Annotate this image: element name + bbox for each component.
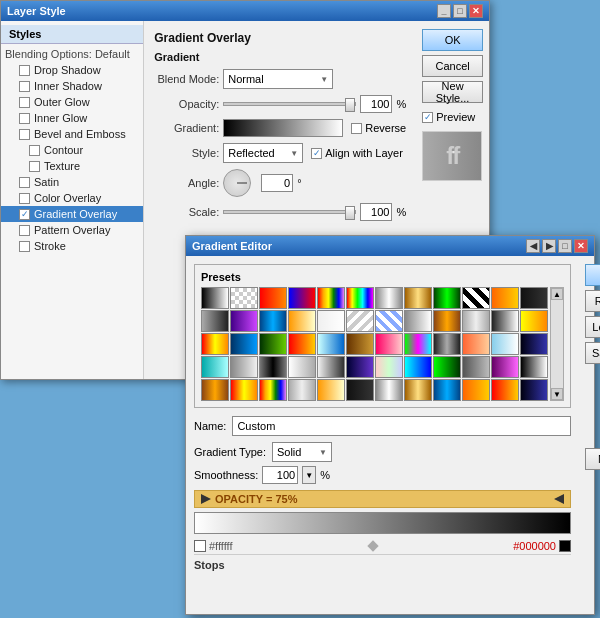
preset-54[interactable] xyxy=(346,379,374,401)
outer-glow-checkbox[interactable] xyxy=(19,97,30,108)
sidebar-item-inner-shadow[interactable]: Inner Shadow xyxy=(1,78,143,94)
scale-input[interactable]: 100 xyxy=(360,203,392,221)
color-overlay-checkbox[interactable] xyxy=(19,193,30,204)
inner-glow-checkbox[interactable] xyxy=(19,113,30,124)
preset-25[interactable] xyxy=(201,333,229,355)
gradient-type-dropdown[interactable]: Solid ▼ xyxy=(272,442,332,462)
ge-ok-button[interactable]: OK xyxy=(585,264,600,286)
preset-50[interactable] xyxy=(230,379,258,401)
scale-slider-thumb[interactable] xyxy=(345,206,355,220)
preset-38[interactable] xyxy=(230,356,258,378)
sidebar-item-contour[interactable]: Contour xyxy=(1,142,143,158)
sidebar-item-gradient-overlay[interactable]: ✓ Gradient Overlay xyxy=(1,206,143,222)
preset-55[interactable] xyxy=(375,379,403,401)
preset-28[interactable] xyxy=(288,333,316,355)
preset-22[interactable] xyxy=(462,310,490,332)
sidebar-item-outer-glow[interactable]: Outer Glow xyxy=(1,94,143,110)
opacity-slider-track[interactable] xyxy=(223,102,356,106)
preset-40[interactable] xyxy=(288,356,316,378)
maximize-button[interactable]: □ xyxy=(453,4,467,18)
preset-17[interactable] xyxy=(317,310,345,332)
preset-45[interactable] xyxy=(433,356,461,378)
preset-14[interactable] xyxy=(230,310,258,332)
name-input[interactable]: Custom xyxy=(232,416,571,436)
ge-save-button[interactable]: Save... xyxy=(585,342,600,364)
preset-24[interactable] xyxy=(520,310,548,332)
sidebar-item-satin[interactable]: Satin xyxy=(1,174,143,190)
gradient-bar[interactable] xyxy=(194,512,571,534)
preset-47[interactable] xyxy=(491,356,519,378)
sidebar-item-stroke[interactable]: Stroke xyxy=(1,238,143,254)
preset-46[interactable] xyxy=(462,356,490,378)
smoothness-stepper[interactable]: ▼ xyxy=(302,466,316,484)
preset-9[interactable] xyxy=(433,287,461,309)
preset-41[interactable] xyxy=(317,356,345,378)
preset-60[interactable] xyxy=(520,379,548,401)
preset-19[interactable] xyxy=(375,310,403,332)
preset-18[interactable] xyxy=(346,310,374,332)
preset-52[interactable] xyxy=(288,379,316,401)
preset-29[interactable] xyxy=(317,333,345,355)
preset-10[interactable] xyxy=(462,287,490,309)
preset-57[interactable] xyxy=(433,379,461,401)
scale-slider-track[interactable] xyxy=(223,210,356,214)
angle-input[interactable]: 0 xyxy=(261,174,293,192)
preset-37[interactable] xyxy=(201,356,229,378)
sidebar-item-drop-shadow[interactable]: Drop Shadow xyxy=(1,62,143,78)
preset-56[interactable] xyxy=(404,379,432,401)
ge-close-btn[interactable]: ✕ xyxy=(574,239,588,253)
preset-15[interactable] xyxy=(259,310,287,332)
texture-checkbox[interactable] xyxy=(29,161,40,172)
inner-shadow-checkbox[interactable] xyxy=(19,81,30,92)
preset-16[interactable] xyxy=(288,310,316,332)
preset-27[interactable] xyxy=(259,333,287,355)
style-dropdown[interactable]: Reflected ▼ xyxy=(223,143,303,163)
preset-3[interactable] xyxy=(259,287,287,309)
preset-39[interactable] xyxy=(259,356,287,378)
sidebar-item-pattern-overlay[interactable]: Pattern Overlay xyxy=(1,222,143,238)
cancel-button[interactable]: Cancel xyxy=(422,55,483,77)
ok-button[interactable]: OK xyxy=(422,29,483,51)
opacity-input[interactable]: 100 xyxy=(360,95,392,113)
preset-59[interactable] xyxy=(491,379,519,401)
midpoint-diamond[interactable] xyxy=(367,540,378,551)
reverse-checkbox[interactable] xyxy=(351,123,362,134)
color-stop-right-icon[interactable] xyxy=(559,540,571,552)
preset-7[interactable] xyxy=(375,287,403,309)
preset-48[interactable] xyxy=(520,356,548,378)
ge-maxmin-btn[interactable]: □ xyxy=(558,239,572,253)
contour-checkbox[interactable] xyxy=(29,145,40,156)
sidebar-item-bevel-emboss[interactable]: Bevel and Emboss xyxy=(1,126,143,142)
sidebar-item-blending[interactable]: Blending Options: Default xyxy=(1,46,143,62)
preset-36[interactable] xyxy=(520,333,548,355)
close-button[interactable]: ✕ xyxy=(469,4,483,18)
preset-42[interactable] xyxy=(346,356,374,378)
satin-checkbox[interactable] xyxy=(19,177,30,188)
blend-mode-dropdown[interactable]: Normal ▼ xyxy=(223,69,333,89)
bevel-emboss-checkbox[interactable] xyxy=(19,129,30,140)
sidebar-item-texture[interactable]: Texture xyxy=(1,158,143,174)
smoothness-input[interactable]: 100 xyxy=(262,466,298,484)
angle-dial[interactable] xyxy=(223,169,251,197)
preset-26[interactable] xyxy=(230,333,258,355)
preset-1[interactable] xyxy=(201,287,229,309)
preset-34[interactable] xyxy=(462,333,490,355)
preset-13[interactable] xyxy=(201,310,229,332)
minimize-button[interactable]: _ xyxy=(437,4,451,18)
preset-30[interactable] xyxy=(346,333,374,355)
opacity-slider-thumb[interactable] xyxy=(345,98,355,112)
ge-reset-button[interactable]: Reset xyxy=(585,290,600,312)
preset-8[interactable] xyxy=(404,287,432,309)
preset-20[interactable] xyxy=(404,310,432,332)
preset-32[interactable] xyxy=(404,333,432,355)
color-stop-left-icon[interactable] xyxy=(194,540,206,552)
drop-shadow-checkbox[interactable] xyxy=(19,65,30,76)
preset-58[interactable] xyxy=(462,379,490,401)
gradient-preview[interactable] xyxy=(223,119,343,137)
preset-23[interactable] xyxy=(491,310,519,332)
preset-2[interactable] xyxy=(230,287,258,309)
new-style-button[interactable]: New Style... xyxy=(422,81,483,103)
gradient-overlay-checkbox[interactable]: ✓ xyxy=(19,209,30,220)
preset-5[interactable] xyxy=(317,287,345,309)
preset-6[interactable] xyxy=(346,287,374,309)
